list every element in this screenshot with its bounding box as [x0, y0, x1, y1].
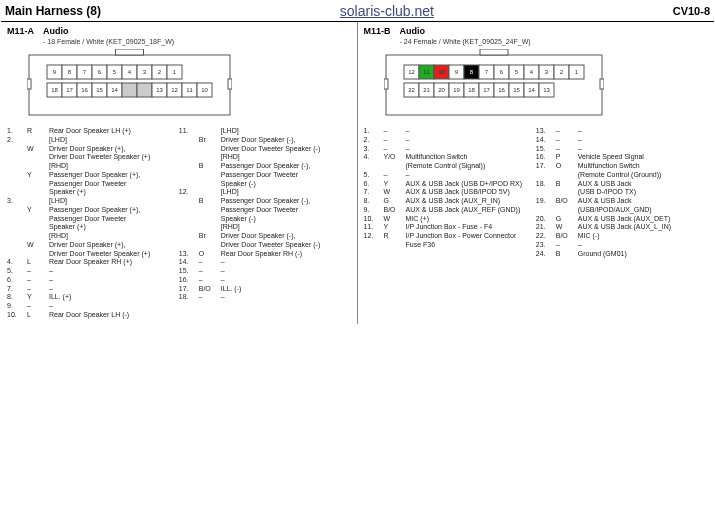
pin-row: BrDriver Door Speaker (-), [179, 232, 351, 241]
pin-row: 15.–– [179, 267, 351, 276]
pin-row: 9.–– [7, 302, 179, 311]
pin-row: Driver Door Tweeter Speaker (+) [7, 153, 179, 162]
pin-row: [RHD] [7, 232, 179, 241]
pin-row: 14.–– [179, 258, 351, 267]
pin-row: Speaker (-) [179, 215, 351, 224]
svg-rect-33 [137, 83, 152, 97]
pin-row: 4.LRear Door Speaker RH (+) [7, 258, 179, 267]
svg-text:18: 18 [468, 87, 475, 93]
pin-row: WDriver Door Speaker (+), [7, 145, 179, 154]
pin-row: (USB D-/IPOD TX) [536, 188, 708, 197]
connector-title-right: Audio [400, 26, 426, 36]
pin-row: Driver Door Tweeter Speaker (-) [179, 241, 351, 250]
pin-row: 10.WMIC (+) [364, 215, 536, 224]
connector-diagram-right: 12111098765432122212019181716151413 [384, 49, 709, 119]
pin-row: 8.YILL. (+) [7, 293, 179, 302]
svg-text:21: 21 [423, 87, 430, 93]
pin-row: 6.–– [7, 276, 179, 285]
pin-row: 8.GAUX & USB Jack (AUX_R_IN) [364, 197, 536, 206]
pin-row: [RHD] [179, 223, 351, 232]
pin-row: Passenger Door Tweeter [7, 215, 179, 224]
pin-row: (USB/IPOD/AUX_GND) [536, 206, 708, 215]
svg-text:13: 13 [543, 87, 550, 93]
connector-sub-right: - 24 Female / White (KET_09025_24F_W) [400, 38, 709, 45]
page-title: Main Harness (8) [5, 4, 101, 18]
pin-row: 1.–– [364, 127, 536, 136]
pin-row: (Remote Control (Ground)) [536, 171, 708, 180]
svg-text:18: 18 [51, 87, 58, 93]
pin-row: Speaker (-) [179, 180, 351, 189]
header: Main Harness (8) solaris-club.net CV10-8 [1, 1, 714, 22]
svg-text:11: 11 [423, 69, 430, 75]
pin-row: 3.[LHD] [7, 197, 179, 206]
pin-row: BPassenger Door Speaker (-), [179, 197, 351, 206]
pin-row: Passenger Door Tweeter [7, 180, 179, 189]
pin-row: 5.–– [364, 171, 536, 180]
pin-row: 20.GAUX & USB Jack (AUX_DET) [536, 215, 708, 224]
pin-list-left: 1.RRear Door Speaker LH (+)2.[LHD]WDrive… [7, 127, 351, 320]
pin-row: 12.[LHD] [179, 188, 351, 197]
pin-row: 5.–– [7, 267, 179, 276]
svg-text:20: 20 [438, 87, 445, 93]
svg-text:13: 13 [156, 87, 163, 93]
pin-row: 11.[LHD] [179, 127, 351, 136]
pin-row: 1.RRear Door Speaker LH (+) [7, 127, 179, 136]
pin-row: WDriver Door Speaker (+), [7, 241, 179, 250]
pin-row: 7.WAUX & USB Jack (USB/IPOD 5V) [364, 188, 536, 197]
pin-row: 9.B/OAUX & USB Jack (AUX_REF (GND)) [364, 206, 536, 215]
pin-row: 18.–– [179, 293, 351, 302]
svg-text:16: 16 [81, 87, 88, 93]
pin-row: 13.ORear Door Speaker RH (-) [179, 250, 351, 259]
pin-list-right: 1.––2.––3.––4.Y/OMultifunction Switch(Re… [364, 127, 709, 258]
pin-row: 16.–– [179, 276, 351, 285]
pin-row: 7.–– [7, 285, 179, 294]
pin-row: Speaker (+) [7, 223, 179, 232]
connector-sub-left: - 18 Female / White (KET_09025_18F_W) [43, 38, 351, 45]
pin-row: [RHD] [179, 153, 351, 162]
pin-row: Passenger Door Tweeter [179, 206, 351, 215]
pin-row: 19.B/OAUX & USB Jack [536, 197, 708, 206]
panels: M11-A Audio - 18 Female / White (KET_090… [1, 22, 714, 324]
svg-text:11: 11 [186, 87, 193, 93]
pin-row: BrDriver Door Speaker (-), [179, 136, 351, 145]
pin-row: Fuse F36 [364, 241, 536, 250]
pin-row: (Remote Control (Signal)) [364, 162, 536, 171]
svg-text:15: 15 [96, 87, 103, 93]
pin-row: Driver Door Tweeter Speaker (-) [179, 145, 351, 154]
svg-text:19: 19 [453, 87, 460, 93]
pin-row: 15.–– [536, 145, 708, 154]
svg-text:16: 16 [498, 87, 505, 93]
svg-text:17: 17 [483, 87, 490, 93]
svg-rect-32 [122, 83, 137, 97]
svg-text:12: 12 [171, 87, 178, 93]
pin-row: 3.–– [364, 145, 536, 154]
pin-row: 21.WAUX & USB Jack (AUX_L_IN) [536, 223, 708, 232]
pin-row: 16.PVehicle Speed Signal [536, 153, 708, 162]
svg-text:12: 12 [408, 69, 415, 75]
pin-row: YPassenger Door Speaker (+), [7, 171, 179, 180]
svg-rect-43 [480, 49, 508, 55]
pin-row: 4.Y/OMultifunction Switch [364, 153, 536, 162]
page-code: CV10-8 [673, 5, 710, 17]
pin-row: BPassenger Door Speaker (-), [179, 162, 351, 171]
pin-row: 2.–– [364, 136, 536, 145]
pin-row: Driver Door Tweeter Speaker (+) [7, 250, 179, 259]
site-link[interactable]: solaris-club.net [101, 3, 673, 19]
svg-text:15: 15 [513, 87, 520, 93]
pin-row: 22.B/OMIC (-) [536, 232, 708, 241]
pin-row: YPassenger Door Speaker (+), [7, 206, 179, 215]
pin-row: 13.–– [536, 127, 708, 136]
svg-text:22: 22 [408, 87, 415, 93]
pin-row: 17.B/OILL. (-) [179, 285, 351, 294]
pin-row: 24.BGround (GM01) [536, 250, 708, 259]
pin-row: 6.YAUX & USB Jack (USB D+/IPOD RX) [364, 180, 536, 189]
pin-row: 14.–– [536, 136, 708, 145]
svg-text:10: 10 [438, 69, 445, 75]
pin-row: [RHD] [7, 162, 179, 171]
pin-row: 12.RI/P Junction Box - Power Connector [364, 232, 536, 241]
pin-row: 23.–– [536, 241, 708, 250]
connector-id-left: M11-A [7, 26, 43, 36]
pin-row: 11.YI/P Junction Box - Fuse - F4 [364, 223, 536, 232]
pin-row: 10.LRear Door Speaker LH (-) [7, 311, 179, 320]
pin-row: Speaker (+) [7, 188, 179, 197]
